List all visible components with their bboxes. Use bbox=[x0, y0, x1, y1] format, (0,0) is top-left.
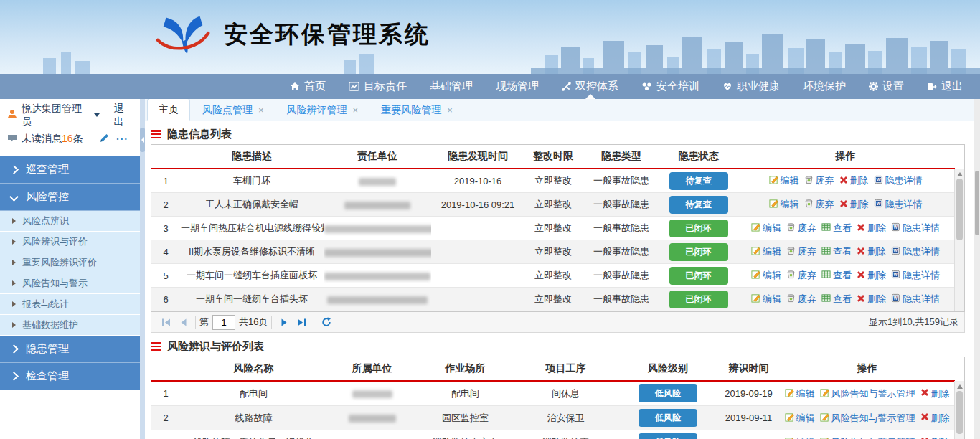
delete-link[interactable]: 删除 bbox=[839, 198, 869, 211]
delete-link[interactable]: 删除 bbox=[857, 269, 886, 282]
refresh-button[interactable] bbox=[318, 314, 335, 330]
close-icon[interactable]: × bbox=[258, 105, 264, 115]
discard-link[interactable]: 废弃 bbox=[804, 198, 834, 211]
hazard-desc-cell-text: 一期车间一缝纫车台插头坏 bbox=[196, 293, 308, 304]
sidebar-subitem-2-4[interactable]: 风险告知与警示 bbox=[0, 273, 140, 294]
delete-link[interactable]: 删除 bbox=[920, 387, 950, 400]
page-number-input[interactable] bbox=[212, 315, 235, 330]
hazard-detail-link[interactable]: W隐患详情 bbox=[891, 269, 940, 282]
risk-notify-manage-link[interactable]: 风险告知与警示管理 bbox=[820, 412, 915, 425]
chevron-down-icon[interactable] bbox=[94, 113, 100, 117]
status-cell: 已闭环 bbox=[661, 217, 736, 240]
delete-link[interactable]: 删除 bbox=[857, 222, 886, 235]
sidebar-subitem-2-2[interactable]: 风险辨识与评价 bbox=[0, 232, 140, 252]
hazard-detail-link[interactable]: W隐患详情 bbox=[891, 222, 940, 235]
tab-1[interactable]: 主页 bbox=[147, 98, 190, 121]
nav-item-3[interactable]: 基础管理 bbox=[418, 74, 484, 99]
sidebar-collapse-handle[interactable] bbox=[140, 128, 145, 152]
hazard-detail-link[interactable]: W隐患详情 bbox=[874, 174, 923, 187]
record-summary: 显示1到10,共159记录 bbox=[869, 316, 958, 329]
sidebar-logout-link[interactable]: 退出 bbox=[114, 103, 133, 128]
edit-link[interactable]: 编辑 bbox=[769, 174, 799, 187]
sidebar-subitem-2-1[interactable]: 风险点辨识 bbox=[0, 211, 140, 232]
sidebar-item-4[interactable]: 检查管理 bbox=[0, 363, 140, 390]
edit-link[interactable]: 编辑 bbox=[751, 293, 781, 306]
sidebar-subitem-2-6[interactable]: 基础数据维护 bbox=[0, 315, 140, 336]
op-label: 编辑 bbox=[763, 245, 781, 258]
nav-item-1[interactable]: 首页 bbox=[278, 74, 337, 99]
nav-item-6[interactable]: 安全培训 bbox=[630, 74, 711, 99]
edit-link[interactable]: 编辑 bbox=[751, 269, 781, 282]
sidebar-subitem-2-5[interactable]: 报表与统计 bbox=[0, 294, 140, 315]
edit-link[interactable]: 编辑 bbox=[785, 412, 815, 425]
table-row: 5一期车间一缝纫车台插座面板坏立即整改一般事故隐患已闭环编辑废弃查看删除W隐患详… bbox=[151, 264, 955, 288]
delete-link[interactable]: 删除 bbox=[857, 245, 886, 258]
sidebar-item-1[interactable]: 巡查管理 bbox=[0, 156, 140, 184]
row-number-cell-text: 2 bbox=[163, 412, 168, 423]
sidebar-item-3[interactable]: 隐患管理 bbox=[0, 336, 140, 363]
hazard-section-title: 隐患信息列表 bbox=[151, 124, 965, 144]
nav-item-7[interactable]: 职业健康 bbox=[711, 74, 791, 99]
sidebar-item-2[interactable]: 风险管控 bbox=[0, 184, 140, 211]
tab-3[interactable]: 风险辨评管理× bbox=[276, 100, 369, 121]
view-link[interactable]: 查看 bbox=[821, 245, 852, 258]
nav-item-9[interactable]: 设置 bbox=[857, 74, 915, 99]
table-row: 2工人未正确佩戴安全帽2019-10-16 09:21立即整改一般事故隐患待复查… bbox=[151, 193, 955, 217]
hazard-detail-link[interactable]: W隐患详情 bbox=[891, 245, 940, 258]
discard-link[interactable]: 废弃 bbox=[804, 174, 834, 187]
scrollbar-thumb[interactable] bbox=[956, 391, 963, 434]
scrollbar-thumb[interactable] bbox=[956, 179, 963, 240]
edit-link[interactable]: 编辑 bbox=[785, 387, 815, 400]
tab-2[interactable]: 风险点管理× bbox=[192, 100, 275, 121]
edit-link[interactable]: 编辑 bbox=[769, 198, 799, 211]
op-label: 废弃 bbox=[798, 245, 816, 258]
hazard-detail-link[interactable]: W隐患详情 bbox=[874, 198, 923, 211]
discard-link[interactable]: 废弃 bbox=[786, 293, 816, 306]
next-page-button[interactable] bbox=[275, 314, 293, 330]
sidebar-splitter bbox=[140, 99, 145, 439]
view-link[interactable]: 查看 bbox=[821, 293, 852, 306]
edit-link[interactable]: 编辑 bbox=[785, 436, 815, 439]
hazard-detail-link[interactable]: W隐患详情 bbox=[891, 293, 940, 306]
page-scrollbar-thumb[interactable] bbox=[975, 171, 979, 235]
tab-4[interactable]: 重要风险管理× bbox=[370, 100, 463, 121]
nav-item-2[interactable]: 目标责任 bbox=[337, 74, 418, 99]
delete-link[interactable]: 删除 bbox=[839, 174, 869, 187]
sidebar: 悦达集团管理员 退出 未读消息16条 ··· 巡查管理风险管控风险 bbox=[0, 99, 140, 439]
delete-link[interactable]: 删除 bbox=[920, 436, 950, 439]
risk-notify-manage-link[interactable]: 风险告知与警示管理 bbox=[820, 436, 915, 439]
pencil-icon[interactable] bbox=[99, 133, 109, 145]
table-row: 4II期水泵房设备维修标识不清晰立即整改一般事故隐患已闭环编辑废弃查看删除W隐患… bbox=[151, 240, 955, 264]
arrow-right-icon bbox=[12, 218, 16, 224]
view-link[interactable]: 查看 bbox=[821, 222, 852, 235]
nav-item-10[interactable]: 退出 bbox=[915, 74, 974, 99]
risk-notify-manage-link[interactable]: 风险告知与警示管理 bbox=[820, 387, 915, 400]
view-link[interactable]: 查看 bbox=[821, 269, 852, 282]
nav-item-8[interactable]: 环境保护 bbox=[791, 74, 857, 99]
delete-link[interactable]: 删除 bbox=[857, 293, 886, 306]
scroll-up-icon[interactable] bbox=[957, 384, 963, 389]
discard-link[interactable]: 废弃 bbox=[786, 245, 816, 258]
discard-link[interactable]: 废弃 bbox=[786, 269, 816, 282]
edit-link[interactable]: 编辑 bbox=[751, 222, 781, 235]
unread-messages-link[interactable]: 未读消息16条 bbox=[22, 133, 83, 146]
nav-item-5[interactable]: 双控体系 bbox=[550, 74, 630, 99]
close-icon[interactable]: × bbox=[353, 105, 359, 115]
deadline-cell: 立即整改 bbox=[524, 217, 582, 240]
last-page-button[interactable] bbox=[293, 314, 310, 330]
close-icon[interactable]: × bbox=[447, 105, 453, 115]
op-label: 隐患详情 bbox=[885, 198, 923, 211]
delete-link[interactable]: 删除 bbox=[920, 412, 950, 425]
op-label: 废弃 bbox=[816, 174, 834, 187]
deadline-cell-text: 立即整改 bbox=[534, 222, 572, 233]
edit-link[interactable]: 编辑 bbox=[751, 245, 781, 258]
scroll-up-icon[interactable] bbox=[957, 172, 963, 176]
nav-item-4[interactable]: 现场管理 bbox=[484, 74, 550, 99]
sidebar-subitem-2-3[interactable]: 重要风险辨识评价 bbox=[0, 252, 140, 273]
user-name[interactable]: 悦达集团管理员 bbox=[22, 103, 88, 128]
first-page-button[interactable] bbox=[157, 314, 174, 330]
discard-link[interactable]: 废弃 bbox=[786, 222, 816, 235]
more-options-icon[interactable]: ··· bbox=[116, 133, 128, 145]
status-badge: 已闭环 bbox=[669, 267, 728, 285]
prev-page-button[interactable] bbox=[174, 314, 192, 330]
